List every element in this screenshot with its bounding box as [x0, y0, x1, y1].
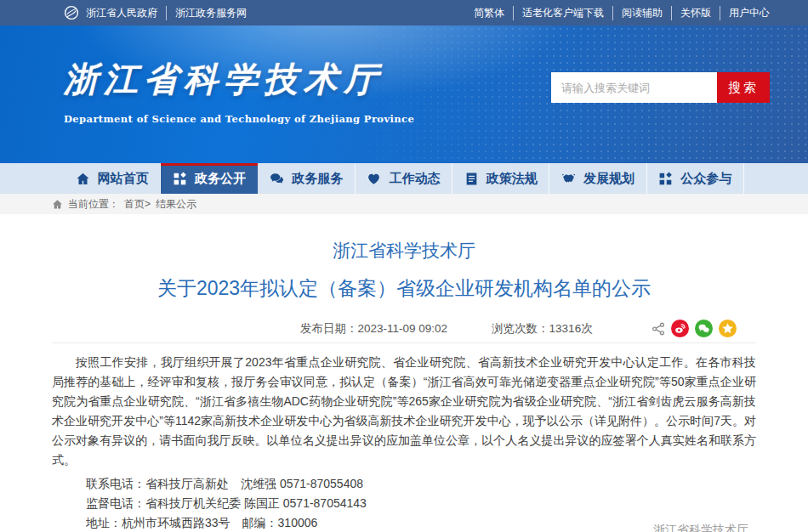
- search-button[interactable]: 搜索: [717, 72, 770, 103]
- topbar-left: 浙江省人民政府浙江政务服务网: [64, 5, 247, 20]
- topbar-utility-links: 简繁体适老化客户端下载阅读辅助关怀版用户中心: [474, 6, 770, 20]
- nav-item-gov-openness[interactable]: 政务公开: [161, 163, 258, 194]
- topbar-utility-link[interactable]: 阅读辅助: [612, 6, 663, 20]
- wechat-share-button[interactable]: [695, 320, 713, 337]
- publish-date: 发布日期：2023-11-09 09:02: [300, 321, 447, 337]
- document-icon: [464, 172, 479, 186]
- share-icon[interactable]: [652, 322, 665, 336]
- view-count: 浏览次数：13316次: [492, 321, 593, 337]
- main-nav-items: 网站首页 政务公开 政务服务 工作动态 政策法规: [64, 163, 744, 194]
- breadcrumb-home-icon: [52, 199, 63, 210]
- topbar-site-link[interactable]: 浙江省人民政府: [86, 6, 157, 20]
- article-content: 浙江省科学技术厅 关于2023年拟认定（备案）省级企业研发机构名单的公示 发布日…: [52, 239, 756, 532]
- site-banner: 浙江省科学技术厅 Department of Science and Techn…: [0, 25, 808, 163]
- contact-info: 联系电话：省科技厅高新处 沈维强 0571-87055408监督电话：省科技厅机…: [52, 474, 756, 532]
- nav-item-work-news[interactable]: 工作动态: [356, 163, 452, 194]
- gov-emblem-icon: [64, 5, 79, 20]
- breadcrumb: 当前位置： 首页> 结果公示: [52, 194, 756, 214]
- topbar-utility-link[interactable]: 关怀版: [671, 6, 711, 20]
- top-utility-bar: 浙江省人民政府浙江政务服务网 简繁体适老化客户端下载阅读辅助关怀版用户中心: [0, 0, 808, 25]
- nav-item-label: 发展规划: [583, 171, 634, 187]
- topbar-site-links: 浙江省人民政府浙江政务服务网: [86, 6, 247, 20]
- article-title-line2: 关于2023年拟认定（备案）省级企业研发机构名单的公示: [52, 275, 756, 302]
- share-buttons: [652, 320, 737, 337]
- breadcrumb-home-link[interactable]: 首页>: [124, 197, 151, 212]
- contact-line: 监督电话：省科技厅机关纪委 陈国正 0571-87054143: [86, 494, 756, 513]
- heart-icon: [367, 172, 381, 186]
- handshake-icon: [561, 172, 576, 186]
- nav-item-label: 政务公开: [195, 171, 246, 187]
- participate-icon: [658, 172, 673, 186]
- topbar-site-link[interactable]: 浙江政务服务网: [166, 6, 247, 20]
- qzone-share-button[interactable]: [719, 320, 737, 337]
- article-paragraph: 按照工作安排，我厅组织开展了2023年省重点企业研究院、省企业研究院、省高新技术…: [52, 353, 756, 470]
- article-title-line1: 浙江省科学技术厅: [52, 239, 756, 263]
- breadcrumb-prefix: 当前位置：: [68, 197, 119, 212]
- site-logo[interactable]: 浙江省科学技术厅 Department of Science and Techn…: [64, 56, 414, 125]
- nav-item-planning[interactable]: 发展规划: [549, 163, 646, 194]
- nav-item-label: 政策法规: [487, 171, 538, 187]
- comments-icon: [270, 172, 284, 186]
- weibo-icon: [674, 322, 686, 335]
- site-logo-english: Department of Science and Technology of …: [64, 113, 414, 125]
- nav-item-label: 工作动态: [389, 171, 440, 187]
- topbar-utility-link[interactable]: 简繁体: [474, 6, 504, 20]
- weibo-share-button[interactable]: [671, 320, 689, 337]
- grid-icon: [173, 172, 187, 186]
- nav-item-policy[interactable]: 政策法规: [452, 163, 549, 194]
- article-meta-row: 发布日期：2023-11-09 09:02 浏览次数：13316次: [52, 314, 756, 343]
- main-nav: 网站首页 政务公开 政务服务 工作动态 政策法规: [0, 163, 808, 194]
- nav-item-label: 政务服务: [292, 171, 343, 187]
- nav-item-participation[interactable]: 公众参与: [647, 163, 744, 194]
- nav-item-label: 公众参与: [680, 171, 731, 187]
- topbar-utility-link[interactable]: 用户中心: [720, 6, 770, 20]
- contact-line: 联系电话：省科技厅高新处 沈维强 0571-87055408: [86, 474, 756, 494]
- breadcrumb-bar: 当前位置： 首页> 结果公示: [0, 194, 808, 214]
- footer-agency-name: 浙江省科学技术厅: [653, 523, 748, 532]
- search-input[interactable]: [551, 72, 717, 103]
- breadcrumb-current: 结果公示: [156, 197, 196, 212]
- wechat-icon: [697, 322, 710, 335]
- nav-item-home[interactable]: 网站首页: [64, 163, 161, 194]
- nav-item-label: 网站首页: [98, 171, 149, 187]
- home-icon: [76, 172, 90, 186]
- site-logo-chinese: 浙江省科学技术厅: [64, 56, 414, 103]
- search-box: 搜索: [551, 72, 770, 103]
- topbar-utility-link[interactable]: 适老化客户端下载: [513, 6, 604, 20]
- nav-item-gov-service[interactable]: 政务服务: [259, 163, 356, 194]
- star-icon: [721, 322, 734, 335]
